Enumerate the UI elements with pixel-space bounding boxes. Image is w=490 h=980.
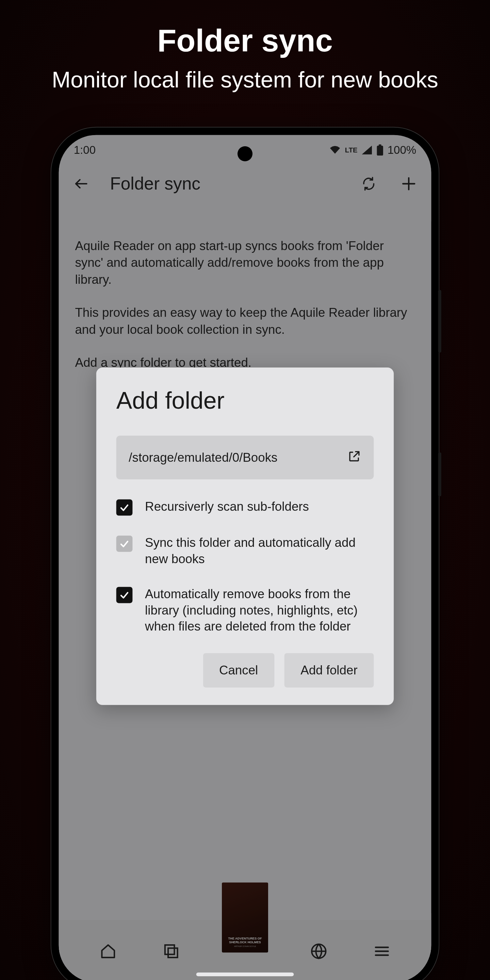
gesture-bar[interactable] <box>196 972 294 976</box>
dialog-title: Add folder <box>116 388 374 414</box>
recursive-checkbox[interactable] <box>116 500 133 516</box>
folder-path-text: /storage/emulated/0/Books <box>129 450 347 465</box>
auto-remove-label: Automatically remove books from the libr… <box>145 585 374 634</box>
sync-add-checkbox <box>116 536 133 552</box>
auto-remove-checkbox[interactable] <box>116 587 133 603</box>
camera-notch <box>237 146 253 161</box>
folder-path-field[interactable]: /storage/emulated/0/Books <box>116 436 374 479</box>
cancel-button[interactable]: Cancel <box>203 653 274 687</box>
check-icon <box>119 538 130 549</box>
phone-frame: 1:00 LTE 100% <box>51 127 439 980</box>
phone-side-button <box>438 290 441 353</box>
phone-side-button <box>438 453 441 496</box>
check-icon <box>119 589 130 601</box>
promo-title: Folder sync <box>0 0 490 59</box>
check-icon <box>119 502 130 513</box>
add-folder-dialog: Add folder /storage/emulated/0/Books Rec… <box>96 368 394 705</box>
sync-add-label: Sync this folder and automatically add n… <box>145 534 374 567</box>
phone-screen: 1:00 LTE 100% <box>59 135 431 980</box>
add-folder-button[interactable]: Add folder <box>284 653 374 687</box>
recursive-label: Recursiverly scan sub-folders <box>145 498 309 514</box>
promo-subtitle: Monitor local file system for new books <box>0 66 490 93</box>
open-external-icon[interactable] <box>347 450 361 466</box>
